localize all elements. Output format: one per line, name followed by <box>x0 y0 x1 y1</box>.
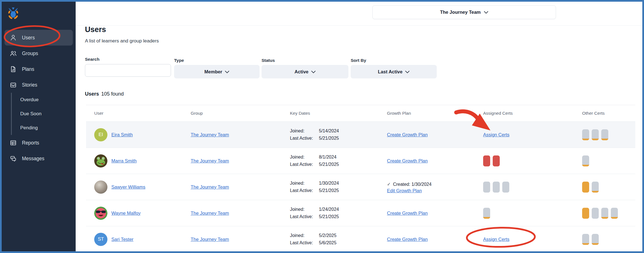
last-active-label: Last Active: <box>290 161 319 168</box>
assign-certs-link[interactable]: Assign Certs <box>483 132 510 137</box>
group-link[interactable]: The Journey Team <box>191 237 229 242</box>
table-row: Wayne MalfoyThe Journey TeamJoined:1/24/… <box>86 200 635 226</box>
cert-badge-gray-orange <box>601 129 608 140</box>
assigned-certs-cell <box>483 155 582 166</box>
assigned-certs-cell <box>483 208 582 219</box>
stories-icon <box>10 81 17 89</box>
sort-by-dropdown[interactable]: Last Active <box>351 65 437 78</box>
other-certs-badges <box>582 129 635 140</box>
growth-plan-cell: Create Growth Plan <box>387 158 483 164</box>
assigned-certs-cell <box>483 182 582 193</box>
sidebar-item-overdue[interactable]: Overdue <box>12 93 76 107</box>
user-cell: Wayne Malfoy <box>86 207 191 220</box>
key-dates-cell: Joined:5/2/2025Last Active:5/6/2025 <box>290 232 387 246</box>
cert-badge-orange <box>582 208 589 219</box>
cert-badge-red <box>483 155 490 166</box>
growth-plan-cell: Create Growth Plan <box>387 132 483 137</box>
sidebar-item-messages[interactable]: Messages <box>4 151 73 166</box>
other-certs-badges <box>582 155 635 166</box>
last-active-label: Last Active: <box>290 240 319 246</box>
column-header-other-certs: Other Certs <box>582 111 635 116</box>
sidebar-item-label: Groups <box>22 51 38 57</box>
type-filter-value: Member <box>204 69 222 74</box>
group-link[interactable]: The Journey Team <box>191 184 229 189</box>
avatar-initials: EI <box>98 132 103 137</box>
last-active-value: 5/6/2025 <box>319 240 387 246</box>
sort-filter: Sort By Last Active <box>351 58 437 78</box>
sidebar: UsersGroupsPlansStoriesOverdueDue SoonPe… <box>2 2 76 251</box>
group-link[interactable]: The Journey Team <box>191 132 229 137</box>
key-dates-cell: Joined:1/30/2024Last Active:5/21/2025 <box>290 180 387 194</box>
last-active-value: 5/21/2025 <box>319 161 387 168</box>
group-link[interactable]: The Journey Team <box>191 158 229 163</box>
assign-certs-link[interactable]: Assign Certs <box>483 237 510 242</box>
user-name-link[interactable]: Sawyer Williams <box>111 184 145 190</box>
joined-value: 5/14/2024 <box>319 128 387 134</box>
user-name-link[interactable]: Marra Smith <box>111 158 137 164</box>
cert-badge-gray-orange <box>483 208 490 219</box>
last-active-label: Last Active: <box>290 188 319 194</box>
key-dates-cell: Joined:1/24/2024Last Active:5/21/2025 <box>290 206 387 220</box>
user-name-link[interactable]: Sari Tester <box>111 237 134 242</box>
status-filter: Status Active <box>262 58 348 78</box>
status-filter-dropdown[interactable]: Active <box>262 65 348 78</box>
assigned-certs-badges <box>483 182 582 193</box>
group-cell: The Journey Team <box>191 211 290 216</box>
table-row: Sawyer WilliamsThe Journey TeamJoined:1/… <box>86 174 635 200</box>
group-cell: The Journey Team <box>191 132 290 137</box>
page-subtitle: A list of learners and group leaders <box>85 38 159 44</box>
joined-value: 8/1/2024 <box>319 154 387 160</box>
cert-badge-gray <box>483 182 490 193</box>
cert-badge-gray-orange <box>582 155 589 166</box>
column-header-group: Group <box>191 111 290 116</box>
other-certs-badges <box>582 234 635 245</box>
cert-badge-gray-orange <box>592 234 599 245</box>
column-header-user: User <box>86 111 191 116</box>
joined-label: Joined: <box>290 206 319 213</box>
group-link[interactable]: The Journey Team <box>191 211 229 216</box>
create-growth-plan-link[interactable]: Create Growth Plan <box>387 132 428 137</box>
other-certs-cell <box>582 129 635 140</box>
joined-label: Joined: <box>290 180 319 186</box>
cert-badge-strip <box>592 243 599 245</box>
groups-icon <box>10 50 17 57</box>
sidebar-item-plans[interactable]: Plans <box>4 61 73 77</box>
sidebar-nav: UsersGroupsPlansStoriesOverdueDue SoonPe… <box>2 30 76 166</box>
sidebar-item-stories[interactable]: Stories <box>4 77 73 93</box>
sidebar-item-groups[interactable]: Groups <box>4 46 73 61</box>
plans-icon <box>10 65 17 73</box>
avatar-frog-emoji <box>94 154 107 168</box>
user-name-link[interactable]: Eira Smith <box>111 132 133 137</box>
column-header-growth-plan: Growth Plan <box>387 111 483 116</box>
avatar: ST <box>94 233 107 246</box>
other-certs-badges <box>582 182 635 193</box>
team-selector-dropdown[interactable]: The Journey Team <box>372 5 556 19</box>
sidebar-item-reports[interactable]: Reports <box>4 135 73 151</box>
table-row: Marra SmithThe Journey TeamJoined:8/1/20… <box>86 148 635 174</box>
type-filter-dropdown[interactable]: Member <box>174 65 260 78</box>
create-growth-plan-link[interactable]: Create Growth Plan <box>387 237 428 242</box>
other-certs-cell <box>582 208 635 219</box>
cert-badge-gray-orange <box>592 129 599 140</box>
create-growth-plan-link[interactable]: Create Growth Plan <box>387 158 428 163</box>
cert-badge-gray-orange <box>592 182 599 193</box>
chevron-down-icon <box>405 69 409 74</box>
cert-badge-gray <box>502 182 509 193</box>
search-input[interactable] <box>85 64 171 77</box>
sidebar-item-users[interactable]: Users <box>4 30 73 46</box>
table-row: STSari TesterThe Journey TeamJoined:5/2/… <box>86 226 635 252</box>
cert-badge-strip <box>582 165 589 166</box>
sidebar-item-label: Stories <box>22 82 37 88</box>
sidebar-item-pending[interactable]: Pending <box>12 121 76 135</box>
joined-value: 5/2/2025 <box>319 232 387 239</box>
create-growth-plan-link[interactable]: Create Growth Plan <box>387 211 428 216</box>
joined-label: Joined: <box>290 128 319 134</box>
messages-icon <box>10 155 17 162</box>
edit-growth-plan-link[interactable]: Edit Growth Plan <box>387 188 422 193</box>
app-window: UsersGroupsPlansStoriesOverdueDue SoonPe… <box>0 0 644 253</box>
cert-badge-strip <box>582 139 589 140</box>
avatar: EI <box>94 128 107 141</box>
joined-value: 1/24/2024 <box>319 206 387 213</box>
sidebar-item-due-soon[interactable]: Due Soon <box>12 107 76 121</box>
user-name-link[interactable]: Wayne Malfoy <box>111 211 141 216</box>
